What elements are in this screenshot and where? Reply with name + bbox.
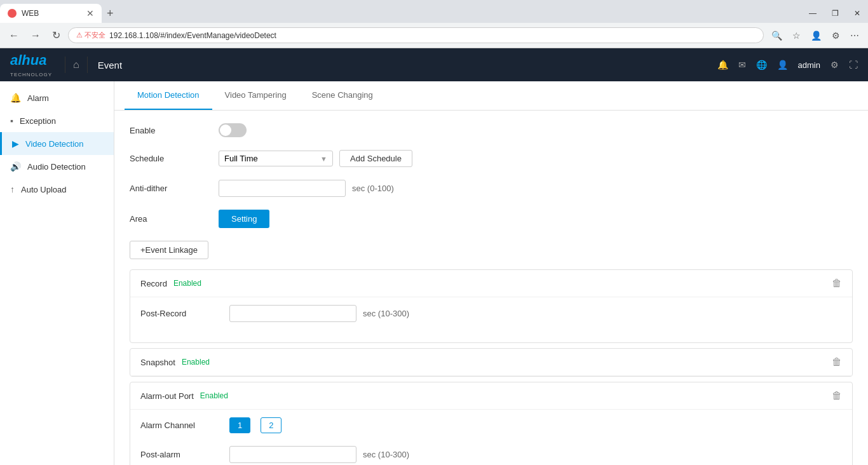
post-record-control: 10 sec (10-300)	[229, 305, 409, 322]
tab-motion-detection[interactable]: Motion Detection	[125, 81, 212, 110]
schedule-value: Full Time	[224, 154, 258, 163]
sidebar-item-exception-label: Exception	[20, 116, 56, 126]
minimize-button[interactable]: —	[801, 6, 824, 20]
refresh-button[interactable]: ↻	[48, 27, 64, 44]
sidebar-item-auto-upload[interactable]: ↑ Auto Upload	[0, 178, 114, 201]
enable-toggle[interactable]	[219, 123, 247, 137]
post-record-input[interactable]: 10	[229, 305, 356, 322]
chevron-down-icon: ▼	[320, 155, 327, 163]
sidebar-item-audio-detection[interactable]: 🔊 Audio Detection	[0, 155, 114, 178]
home-button[interactable]: ⌂	[65, 57, 88, 73]
tab-close-button[interactable]: ✕	[86, 8, 94, 18]
settings-icon[interactable]: ⚙	[831, 60, 839, 70]
anti-dither-input[interactable]: 5	[219, 180, 346, 197]
alarm-out-port-body: Alarm Channel 1 2 Post-alarm 10 sec (1	[130, 410, 852, 465]
exception-icon: ▪	[10, 116, 13, 126]
alarm-out-port-title: Alarm-out Port	[140, 391, 194, 401]
logo: alhua TECHNOLOGY	[10, 52, 52, 78]
close-button[interactable]: ✕	[846, 6, 868, 20]
audio-detection-icon: 🔊	[10, 161, 21, 172]
top-nav: alhua TECHNOLOGY ⌂ Event 🔔 ✉ 🌐 👤 admin ⚙…	[0, 48, 868, 81]
search-icon[interactable]: 🔍	[768, 28, 786, 43]
logo-text: alhua TECHNOLOGY	[10, 52, 52, 78]
snapshot-status: Enabled	[182, 358, 210, 367]
new-tab-button[interactable]: +	[102, 7, 119, 20]
anti-dither-unit: sec (0-100)	[352, 184, 394, 193]
area-label: Area	[130, 214, 219, 224]
tab-video-tampering[interactable]: Video Tampering	[212, 81, 299, 110]
alarm-channel-label: Alarm Channel	[140, 421, 229, 430]
post-alarm-control: 10 sec (10-300)	[229, 446, 409, 463]
post-alarm-label: Post-alarm	[140, 450, 229, 459]
schedule-select[interactable]: Full Time ▼	[219, 151, 333, 166]
message-icon[interactable]: ✉	[738, 60, 746, 70]
address-bar[interactable]: ⚠ 不安全 192.168.1.108/#/index/EventManage/…	[68, 27, 764, 43]
restore-button[interactable]: ❐	[824, 6, 846, 20]
profile-icon[interactable]: 👤	[807, 28, 825, 43]
security-badge: ⚠ 不安全	[76, 30, 105, 40]
back-button[interactable]: ←	[5, 27, 23, 44]
anti-dither-control: 5 sec (0-100)	[219, 180, 394, 197]
tab-scene-changing[interactable]: Scene Changing	[299, 81, 386, 110]
tabs: Motion Detection Video Tampering Scene C…	[114, 81, 868, 111]
form-content: Enable Schedule Full Time ▼	[114, 111, 868, 465]
record-card-header: Record Enabled 🗑	[130, 270, 852, 297]
record-card-body: Post-Record 10 sec (10-300)	[130, 297, 852, 342]
tab-favicon	[8, 9, 17, 18]
alarm-channel-control: 1 2	[229, 417, 285, 433]
snapshot-card: Snapshot Enabled 🗑	[130, 348, 853, 377]
browser-tab: WEB ✕	[0, 4, 102, 23]
browser-chrome: WEB ✕ + — ❐ ✕ ← → ↻ ⚠ 不安全 192.168.1.108/…	[0, 0, 868, 48]
app: alhua TECHNOLOGY ⌂ Event 🔔 ✉ 🌐 👤 admin ⚙…	[0, 48, 868, 465]
record-card: Record Enabled 🗑 Post-Record 10 sec (10-…	[130, 269, 853, 343]
anti-dither-row: Anti-dither 5 sec (0-100)	[130, 180, 853, 197]
toggle-slider	[219, 123, 247, 137]
post-alarm-row: Post-alarm 10 sec (10-300)	[140, 446, 842, 463]
event-linkage-button[interactable]: +Event Linkage	[130, 241, 208, 259]
enable-label: Enable	[130, 126, 219, 135]
sidebar-item-video-detection-label: Video Detection	[25, 139, 84, 149]
admin-label: admin	[798, 60, 820, 70]
alarm-channel-row: Alarm Channel 1 2	[140, 417, 842, 433]
record-card-title: Record	[140, 279, 167, 288]
enable-row: Enable	[130, 123, 853, 137]
main-content: 🔔 Alarm ▪ Exception ▶ Video Detection 🔊 …	[0, 81, 868, 465]
address-text: 192.168.1.108/#/index/EventManage/videoD…	[109, 31, 756, 40]
content-area: Motion Detection Video Tampering Scene C…	[114, 81, 868, 465]
alarm-channel-1-button[interactable]: 1	[229, 417, 250, 433]
snapshot-delete-button[interactable]: 🗑	[832, 356, 842, 368]
snapshot-card-title: Snapshot	[140, 358, 175, 367]
language-icon[interactable]: 🌐	[756, 60, 767, 70]
sidebar-item-video-detection[interactable]: ▶ Video Detection	[0, 132, 114, 155]
add-schedule-button[interactable]: Add Schedule	[339, 150, 412, 167]
forward-button[interactable]: →	[27, 27, 44, 44]
extension-icon[interactable]: ⚙	[828, 28, 844, 43]
area-control: Setting	[219, 210, 269, 228]
bookmark-icon[interactable]: ☆	[789, 28, 804, 43]
anti-dither-label: Anti-dither	[130, 184, 219, 193]
post-alarm-input[interactable]: 10	[229, 446, 356, 463]
schedule-row: Schedule Full Time ▼ Add Schedule	[130, 150, 853, 167]
snapshot-card-header: Snapshot Enabled 🗑	[130, 349, 852, 376]
nav-title: Event	[88, 60, 132, 71]
sidebar-item-exception[interactable]: ▪ Exception	[0, 109, 114, 132]
auto-upload-icon: ↑	[10, 184, 15, 194]
post-alarm-unit: sec (10-300)	[363, 450, 409, 459]
record-delete-button[interactable]: 🗑	[832, 278, 842, 289]
alarm-out-port-status: Enabled	[200, 391, 228, 400]
fullscreen-icon[interactable]: ⛶	[849, 60, 858, 70]
setting-button[interactable]: Setting	[219, 210, 269, 228]
alarm-out-port-card: Alarm-out Port Enabled 🗑 Alarm Channel 1…	[130, 382, 853, 465]
bell-icon[interactable]: 🔔	[717, 60, 728, 70]
sidebar-item-alarm[interactable]: 🔔 Alarm	[0, 86, 114, 109]
window-controls: — ❐ ✕	[801, 6, 868, 20]
nav-right: 🔔 ✉ 🌐 👤 admin ⚙ ⛶	[717, 60, 858, 70]
alarm-out-port-delete-button[interactable]: 🗑	[832, 390, 842, 401]
area-row: Area Setting	[130, 210, 853, 228]
tab-title: WEB	[22, 9, 81, 18]
more-icon[interactable]: ⋯	[846, 28, 863, 43]
post-record-label: Post-Record	[140, 309, 229, 318]
alarm-channel-2-button[interactable]: 2	[261, 417, 281, 433]
user-icon[interactable]: 👤	[777, 60, 788, 70]
browser-tab-bar: WEB ✕ + — ❐ ✕	[0, 0, 868, 23]
